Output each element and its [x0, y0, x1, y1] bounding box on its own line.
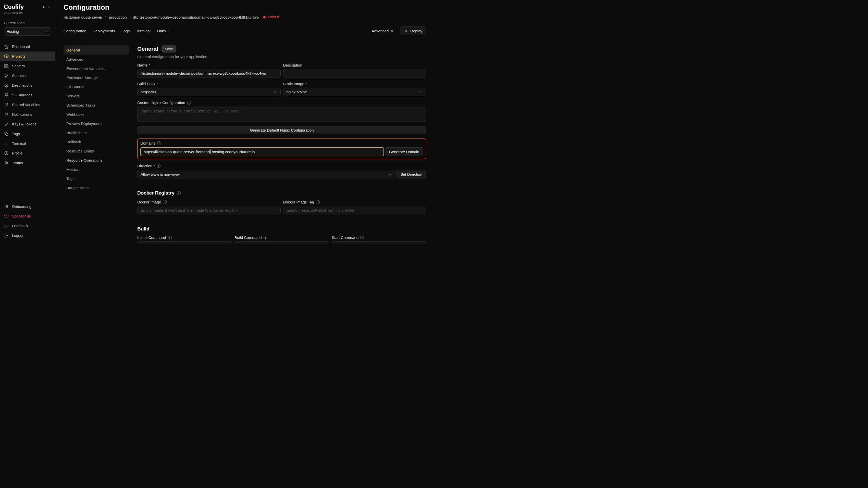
generate-domain-button[interactable]: Generate Domain	[385, 148, 423, 156]
direction-select[interactable]: Allow www & non-www.	[137, 170, 395, 178]
sidebar-item-teams[interactable]: Teams	[0, 158, 55, 168]
config-nav-environment-variables[interactable]: Environment Variables	[64, 64, 129, 73]
breadcrumb-application[interactable]: illicitestonion/-module--decomposition:m…	[133, 15, 259, 20]
description-input[interactable]	[283, 69, 427, 77]
config-nav-resource-operations[interactable]: Resource Operations	[64, 156, 129, 165]
static-image-label: Static Image *	[283, 82, 427, 86]
config-nav-rollback[interactable]: Rollback	[64, 137, 129, 147]
install-command-input[interactable]	[137, 241, 232, 244]
docker-image-label: Docker Image	[137, 200, 281, 204]
static-image-select[interactable]: nginx:alpine	[283, 88, 427, 96]
sidebar-item-projects[interactable]: Projects	[0, 52, 55, 61]
sidebar-item-tags[interactable]: Tags	[0, 129, 55, 139]
sidebar-item-label: Shared Variables	[12, 103, 40, 107]
domains-input[interactable]: https://illicitonion-quote-server-fronte…	[140, 147, 384, 156]
config-nav-tags[interactable]: Tags	[64, 174, 129, 183]
info-icon[interactable]	[360, 236, 364, 239]
tabbar: Configuration Deployments Logs Terminal …	[55, 27, 434, 35]
checklist-icon	[4, 204, 9, 209]
direction-value: Allow www & non-www.	[141, 172, 181, 176]
main-area: Configuration illicitonion quote server …	[55, 0, 434, 244]
chevron-down-icon	[167, 29, 171, 33]
tab-deployments[interactable]: Deployments	[93, 29, 115, 33]
sidebar-item-label: Terminal	[12, 141, 26, 145]
docker-registry-title: Docker Registry	[137, 190, 175, 196]
tab-links[interactable]: Links	[157, 29, 171, 33]
info-icon[interactable]	[177, 191, 181, 195]
build-title: Build	[137, 226, 150, 232]
home-icon	[4, 44, 9, 49]
install-command-label: Install Command	[137, 235, 232, 240]
sidebar-item-sources[interactable]: Sources	[0, 71, 55, 80]
config-nav-danger-zone[interactable]: Danger Zone	[64, 183, 129, 192]
domains-value: https://illicitonion-quote-server-fronte…	[144, 150, 210, 154]
sidebar-item-logout[interactable]: Logout	[0, 231, 55, 240]
description-field: Description	[283, 63, 427, 77]
info-icon[interactable]	[168, 236, 172, 239]
info-icon[interactable]	[316, 200, 320, 204]
deploy-button[interactable]: Deploy	[400, 27, 426, 35]
tab-logs[interactable]: Logs	[121, 29, 130, 33]
config-nav-metrics[interactable]: Metrics	[64, 165, 129, 174]
config-nav-general[interactable]: General	[64, 45, 129, 55]
sidebar-item-label: Sponsor us	[12, 214, 31, 218]
sidebar-item-servers[interactable]: Servers	[0, 61, 55, 71]
docker-image-input[interactable]	[137, 206, 281, 215]
page-title: Configuration	[64, 4, 426, 11]
sidebar-item-terminal[interactable]: Terminal	[0, 139, 55, 149]
sidebar-item-notifications[interactable]: Notifications	[0, 110, 55, 119]
info-icon[interactable]	[157, 141, 161, 145]
direction-label: Direction *	[137, 164, 426, 168]
theme-sun-icon[interactable]	[42, 5, 46, 9]
start-command-input[interactable]	[332, 241, 426, 244]
breadcrumb-environment[interactable]: production	[109, 15, 127, 20]
sidebar-item-keys-tokens[interactable]: Keys & Tokens	[0, 119, 55, 129]
sidebar-item-s3-storages[interactable]: S3 Storages	[0, 90, 55, 100]
docker-image-field: Docker Image	[137, 200, 281, 215]
sidebar-item-onboarding[interactable]: Onboarding	[0, 202, 55, 212]
config-nav-preview-deployments[interactable]: Preview Deployments	[64, 119, 129, 128]
team-select[interactable]: Hosting	[4, 27, 51, 36]
sidebar-item-feedback[interactable]: Feedback	[0, 221, 55, 231]
set-direction-button[interactable]: Set Direction	[396, 170, 426, 178]
info-icon[interactable]	[157, 164, 160, 168]
sidebar-item-shared-variables[interactable]: Shared Variables	[0, 100, 55, 110]
save-button[interactable]: Save	[161, 45, 176, 53]
sidebar-item-profile[interactable]: Profile	[0, 149, 55, 158]
generate-nginx-button[interactable]: Generate Default Nginx Configuration	[137, 126, 426, 134]
config-nav-resource-limits[interactable]: Resource Limits	[64, 147, 129, 156]
info-icon[interactable]	[163, 200, 166, 204]
tab-configuration[interactable]: Configuration	[64, 29, 86, 33]
key-icon	[4, 122, 9, 126]
build-command-input[interactable]	[235, 241, 329, 244]
heart-icon	[4, 214, 9, 219]
info-icon[interactable]	[187, 101, 191, 104]
config-nav-scheduled-tasks[interactable]: Scheduled Tasks	[64, 100, 129, 110]
name-label: Name *	[137, 63, 281, 67]
nginx-config-textarea[interactable]	[137, 106, 426, 122]
package-icon	[4, 83, 9, 88]
sidebar-item-sponsor[interactable]: Sponsor us	[0, 212, 55, 221]
config-nav-servers[interactable]: Servers	[64, 91, 129, 100]
sidebar-item-dashboard[interactable]: Dashboard	[0, 42, 55, 52]
sidebar-item-label: Projects	[12, 54, 25, 58]
config-nav-persistent-storage[interactable]: Persistent Storage	[64, 73, 129, 82]
direction-field: Direction * Allow www & non-www. Set Dir…	[137, 164, 426, 178]
advanced-toggle[interactable]: Advanced	[372, 29, 394, 33]
config-nav-webhooks[interactable]: Webhooks	[64, 110, 129, 119]
docker-image-tag-input[interactable]	[283, 206, 427, 215]
sidebar-item-label: Dashboard	[12, 44, 30, 49]
domains-label: Domains	[140, 141, 423, 145]
name-field: Name *	[137, 63, 281, 77]
info-icon[interactable]	[264, 236, 268, 239]
message-icon	[4, 224, 9, 228]
config-nav-git-source[interactable]: Git Source	[64, 82, 129, 91]
tab-terminal[interactable]: Terminal	[136, 29, 151, 33]
name-input[interactable]	[137, 69, 281, 77]
build-pack-select[interactable]: Nixpacks	[137, 88, 281, 96]
sidebar-item-destinations[interactable]: Destinations	[0, 80, 55, 90]
config-nav-advanced[interactable]: Advanced	[64, 55, 129, 64]
config-nav-healthcheck[interactable]: Healthcheck	[64, 128, 129, 137]
chevrons-up-down-icon[interactable]	[48, 5, 51, 9]
breadcrumb-project[interactable]: illicitonion quote server	[64, 15, 102, 20]
